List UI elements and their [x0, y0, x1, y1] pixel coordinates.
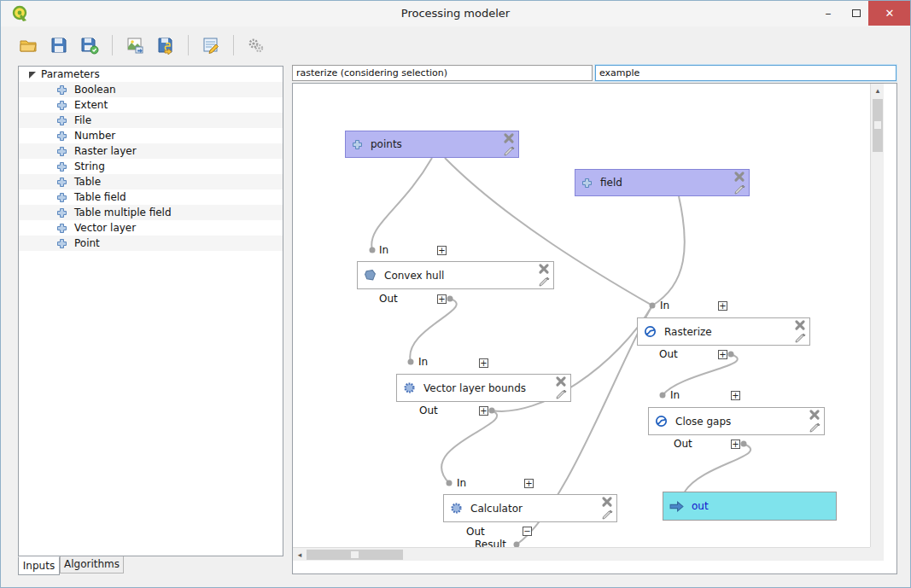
inputs-panel: Parameters Boolean Extent File Number Ra… — [18, 66, 283, 556]
thumb-grip — [874, 121, 881, 129]
tree-root-parameters[interactable]: Parameters — [19, 67, 283, 82]
script-algorithm-icon — [403, 381, 416, 394]
tab-algorithms[interactable]: Algorithms — [60, 556, 124, 573]
run-model-button[interactable] — [244, 33, 268, 57]
close-button[interactable]: ✕ — [868, 1, 911, 26]
export-as-python-button[interactable] — [154, 33, 178, 57]
export-as-image-button[interactable] — [123, 33, 147, 57]
edit-model-help-button[interactable] — [199, 33, 223, 57]
expand-inputs-toggle[interactable]: + — [731, 391, 740, 400]
port-out-label: Out — [379, 293, 398, 305]
port-in-label: In — [457, 477, 466, 489]
horizontal-scrollbar[interactable]: ◂ ▸ — [293, 547, 884, 561]
expand-outputs-toggle[interactable]: + — [731, 440, 740, 449]
tree-item-vector-layer[interactable]: Vector layer — [19, 220, 283, 236]
toolbar-separator — [188, 35, 189, 55]
vertical-scrollbar-thumb[interactable] — [873, 99, 883, 152]
edit-node-icon[interactable] — [538, 276, 550, 288]
save-model-as-button[interactable] — [78, 33, 102, 57]
add-parameter-icon — [56, 177, 67, 188]
delete-node-icon[interactable] — [538, 263, 550, 275]
add-parameter-icon — [56, 84, 67, 96]
maximize-icon — [852, 9, 861, 17]
node-vector-layer-bounds[interactable]: Vector layer bounds — [396, 374, 571, 402]
tree-item-boolean[interactable]: Boolean — [19, 82, 283, 97]
edit-node-icon[interactable] — [503, 145, 515, 157]
title-bar[interactable]: Processing modeler – ✕ — [1, 1, 910, 26]
edit-node-icon[interactable] — [794, 332, 806, 344]
edit-node-icon[interactable] — [809, 422, 820, 434]
node-points[interactable]: points — [345, 131, 519, 158]
add-parameter-icon — [56, 131, 67, 142]
horizontal-scrollbar-thumb[interactable] — [307, 550, 403, 560]
toolbar-separator — [233, 35, 234, 55]
delete-node-icon[interactable] — [503, 132, 515, 144]
add-parameter-icon — [56, 100, 67, 111]
expand-outputs-toggle[interactable]: + — [479, 406, 488, 416]
node-calculator[interactable]: Calculator — [443, 494, 617, 522]
tree-item-number[interactable]: Number — [19, 128, 283, 143]
add-parameter-icon — [56, 207, 67, 218]
input-plus-icon — [581, 178, 593, 189]
output-arrow-icon — [669, 501, 684, 512]
open-model-button[interactable] — [16, 33, 40, 57]
expand-caret-icon[interactable] — [29, 72, 36, 79]
window-title: Processing modeler — [1, 7, 910, 20]
node-close-gaps[interactable]: Close gaps — [648, 407, 825, 435]
expand-inputs-toggle[interactable]: + — [524, 479, 534, 488]
model-canvas[interactable]: points field In + Convex hull Out + — [292, 83, 897, 574]
node-out[interactable]: out — [663, 492, 837, 521]
tree-item-table[interactable]: Table — [19, 174, 283, 189]
run-model-icon — [247, 36, 266, 55]
maximize-button[interactable] — [844, 1, 868, 25]
add-parameter-icon — [56, 115, 67, 126]
model-group-input[interactable] — [595, 65, 896, 81]
expand-inputs-toggle[interactable]: + — [479, 358, 488, 368]
model-name-input[interactable] — [292, 65, 593, 81]
tree-item-table-multiple-field[interactable]: Table multiple field — [19, 205, 283, 220]
edit-node-icon[interactable] — [555, 388, 567, 400]
connection — [441, 410, 497, 483]
expand-outputs-toggle[interactable]: + — [437, 294, 447, 304]
node-rasterize[interactable]: Rasterize — [637, 317, 810, 346]
save-model-icon — [50, 36, 68, 55]
tree-item-point[interactable]: Point — [19, 236, 283, 251]
edit-model-help-icon — [201, 36, 220, 55]
delete-node-icon[interactable] — [733, 171, 745, 183]
delete-node-icon[interactable] — [601, 496, 613, 508]
expand-outputs-toggle[interactable]: + — [718, 350, 727, 359]
scroll-left-icon[interactable]: ◂ — [293, 548, 307, 561]
delete-node-icon[interactable] — [809, 409, 820, 421]
tree-item-table-field[interactable]: Table field — [19, 189, 283, 205]
port-out-label: Out — [674, 438, 692, 450]
port-out-label: Out — [419, 405, 438, 416]
expand-inputs-toggle[interactable]: + — [437, 246, 447, 255]
tree-item-raster-layer[interactable]: Raster layer — [19, 143, 283, 159]
open-model-icon — [19, 36, 38, 55]
input-plus-icon — [352, 139, 363, 150]
tree-item-extent[interactable]: Extent — [19, 97, 283, 113]
node-convex-hull[interactable]: Convex hull — [357, 261, 554, 289]
minimize-button[interactable]: – — [816, 1, 840, 25]
delete-node-icon[interactable] — [794, 319, 806, 331]
scroll-up-icon[interactable]: ▴ — [871, 84, 884, 97]
save-model-button[interactable] — [47, 33, 71, 57]
collapse-outputs-toggle[interactable]: − — [523, 527, 532, 536]
scrollbar-corner — [870, 547, 884, 561]
export-as-image-icon — [126, 36, 144, 55]
edit-node-icon[interactable] — [601, 509, 613, 521]
canvas-content[interactable]: points field In + Convex hull Out + — [293, 84, 884, 561]
connection — [652, 196, 685, 306]
vertical-scrollbar[interactable]: ▴ ▾ — [870, 84, 884, 561]
tree-item-string[interactable]: String — [19, 159, 283, 174]
add-parameter-icon — [56, 223, 67, 234]
node-field[interactable]: field — [575, 169, 750, 196]
tab-inputs[interactable]: Inputs — [18, 556, 60, 575]
add-parameter-icon — [56, 238, 67, 249]
delete-node-icon[interactable] — [555, 376, 567, 387]
port-in-label: In — [660, 300, 669, 311]
edit-node-icon[interactable] — [733, 183, 745, 195]
tree-item-file[interactable]: File — [19, 113, 283, 128]
expand-inputs-toggle[interactable]: + — [718, 301, 727, 311]
toolbar — [1, 27, 910, 63]
